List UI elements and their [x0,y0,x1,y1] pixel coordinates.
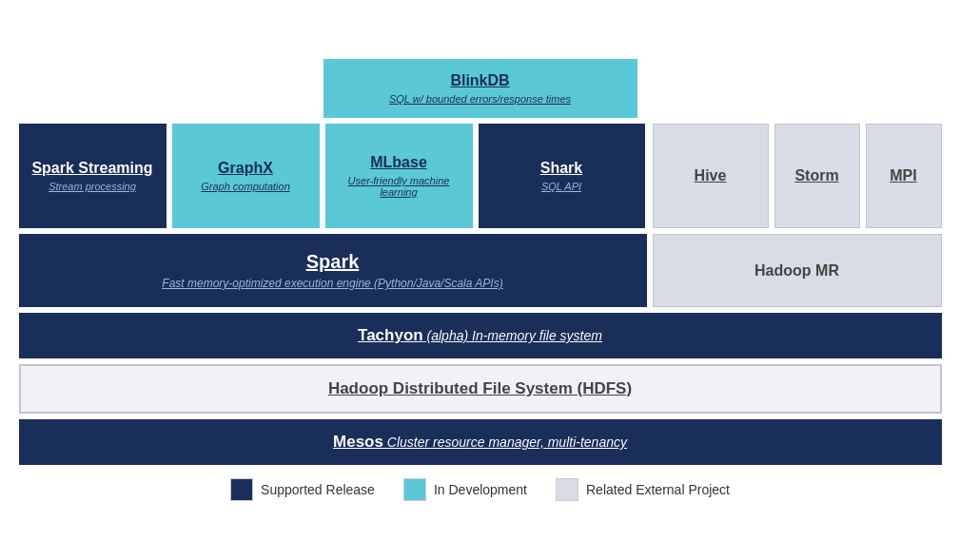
storm-box: Storm [774,124,860,228]
architecture-diagram: BlinkDB SQL w/ bounded errors/response t… [19,59,942,501]
mesos-row: Mesos Cluster resource manager, multi-te… [19,419,942,465]
tachyon-text: Tachyon (alpha) In-memory file system [358,326,602,344]
legend: Supported Release In Development Related… [19,478,942,501]
blinkdb-box: BlinkDB SQL w/ bounded errors/response t… [323,59,637,118]
mesos-subtitle: Cluster resource manager, multi-tenancy [383,434,627,450]
hadoop-mr-box: Hadoop MR [653,234,942,307]
hive-title: Hive [695,167,727,184]
middle-row: Spark Streaming Stream processing GraphX… [19,124,942,228]
storm-title: Storm [794,167,838,184]
development-swatch [403,478,426,501]
legend-development: In Development [403,478,527,501]
blinkdb-subtitle: SQL w/ bounded errors/response times [389,93,571,105]
mlbase-box: MLbase User-friendly machine learning [325,124,473,228]
tachyon-box: Tachyon (alpha) In-memory file system [19,313,942,358]
spark-subtitle: Fast memory-optimized execution engine (… [38,277,628,290]
hadoop-mr-title: Hadoop MR [754,262,839,280]
graphx-title: GraphX [218,160,273,177]
right-group: Hive Storm MPI [653,124,942,228]
supported-swatch [230,478,253,501]
hdfs-row: Hadoop Distributed File System (HDFS) [19,364,942,414]
blinkdb-row: BlinkDB SQL w/ bounded errors/response t… [19,59,942,118]
shark-box: Shark SQL API [479,124,645,228]
graphx-subtitle: Graph computation [201,181,290,192]
hdfs-title: Hadoop Distributed File System (HDFS) [328,379,632,397]
supported-label: Supported Release [261,482,375,497]
blinkdb-title: BlinkDB [450,72,509,89]
legend-supported: Supported Release [230,478,375,501]
spark-streaming-subtitle: Stream processing [49,181,136,192]
hdfs-box: Hadoop Distributed File System (HDFS) [19,364,942,414]
external-label: Related External Project [586,482,730,497]
mlbase-subtitle: User-friendly machine learning [335,175,463,198]
mpi-title: MPI [890,167,916,184]
hive-box: Hive [653,124,769,228]
tachyon-row: Tachyon (alpha) In-memory file system [19,313,942,358]
spark-streaming-box: Spark Streaming Stream processing [19,124,167,228]
spark-section: Spark Fast memory-optimized execution en… [19,234,942,307]
legend-external: Related External Project [556,478,730,501]
spark-title: Spark [38,251,628,273]
spark-streaming-title: Spark Streaming [31,160,152,177]
mesos-title: Mesos [333,433,383,451]
mlbase-title: MLbase [370,154,427,171]
graphx-box: GraphX Graph computation [172,124,320,228]
tachyon-subtitle: (alpha) In-memory file system [423,328,602,343]
left-group: Spark Streaming Stream processing GraphX… [19,124,647,228]
mesos-box: Mesos Cluster resource manager, multi-te… [19,419,942,465]
mpi-box: MPI [866,124,942,228]
shark-title: Shark [540,160,582,177]
tachyon-title: Tachyon [358,326,423,344]
shark-subtitle: SQL API [541,181,581,192]
development-label: In Development [434,482,527,497]
external-swatch [556,478,578,501]
spark-box: Spark Fast memory-optimized execution en… [19,234,647,307]
